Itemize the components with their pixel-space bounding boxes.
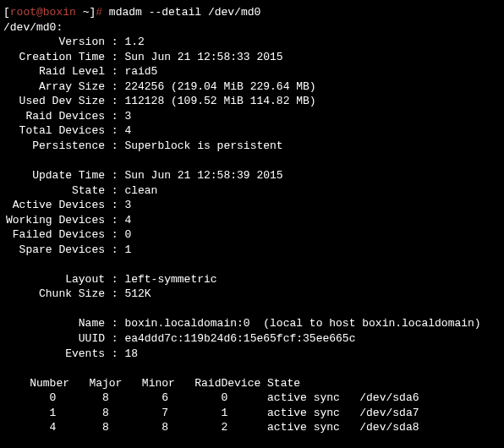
kv-label: Layout: [3, 272, 105, 287]
kv-value: 3: [124, 199, 131, 211]
device-table-row: 1 8 7 1 active sync /dev/sda7: [3, 406, 501, 421]
blank-line: [3, 435, 501, 448]
kv-value: 18: [124, 347, 138, 360]
kv-row: Used Dev Size : 112128 (109.52 MiB 114.8…: [3, 94, 501, 109]
kv-value: 0: [124, 228, 131, 241]
kv-value: 224256 (219.04 MiB 229.64 MB): [124, 80, 315, 93]
kv-label: Name: [3, 316, 105, 331]
kv-label: Events: [3, 347, 105, 362]
kv-value: 112128 (109.52 MiB 114.82 MB): [124, 95, 315, 107]
kv-value: 1.2: [124, 36, 144, 48]
bracket-open: [: [3, 6, 10, 19]
kv-label: Active Devices: [3, 198, 105, 213]
blank-line: [3, 257, 501, 272]
kv-label: Version: [3, 35, 105, 50]
kv-label: State: [3, 183, 105, 199]
kv-value: 1: [124, 243, 131, 256]
blank-line: [3, 302, 501, 317]
kv-row: Raid Devices : 3: [3, 109, 501, 124]
kv-label: Total Devices: [3, 123, 105, 139]
kv-value: clean: [124, 184, 157, 197]
kv-label: Array Size: [3, 79, 105, 95]
kv-value: Sun Jun 21 12:58:39 2015: [124, 169, 282, 182]
kv-row: Version : 1.2: [3, 35, 501, 50]
kv-row: Total Devices : 4: [3, 123, 501, 139]
kv-label: Raid Devices: [3, 109, 105, 124]
kv-value: Superblock is persistent: [124, 139, 282, 152]
kv-row: Raid Level : raid5: [3, 64, 501, 79]
kv-label: Persistence: [3, 139, 105, 154]
kv-label: Working Devices: [3, 213, 105, 228]
kv-label: Raid Level: [3, 64, 105, 79]
blank-line: [3, 361, 501, 376]
kv-label: Update Time: [3, 168, 105, 183]
kv-row: State : clean: [3, 183, 501, 199]
kv-row: Working Devices : 4: [3, 213, 501, 228]
blank-line: [3, 153, 501, 168]
device-table-header: Number Major Minor RaidDevice State: [3, 376, 501, 391]
kv-row: Events : 18: [3, 347, 501, 362]
kv-value: ea4ddd7c:119b24d6:15e65fcf:35ee665c: [124, 332, 355, 345]
kv-row: Creation Time : Sun Jun 21 12:58:33 2015: [3, 50, 501, 65]
prompt-path: ~: [76, 6, 90, 19]
kv-row: Persistence : Superblock is persistent: [3, 139, 501, 154]
kv-label: Failed Devices: [3, 227, 105, 243]
kv-row: Active Devices : 3: [3, 198, 501, 213]
device-table-row: 4 8 8 2 active sync /dev/sda8: [3, 420, 501, 435]
prompt-hash: #: [96, 6, 109, 19]
kv-row: UUID : ea4ddd7c:119b24d6:15e65fcf:35ee66…: [3, 331, 501, 347]
kv-row: Layout : left-symmetric: [3, 272, 501, 287]
kv-row: Array Size : 224256 (219.04 MiB 229.64 M…: [3, 79, 501, 95]
kv-value: 4: [124, 214, 131, 227]
kv-label: UUID: [3, 331, 105, 347]
kv-row: Failed Devices : 0: [3, 227, 501, 243]
kv-value: 3: [124, 110, 131, 123]
device-table-row: 0 8 6 0 active sync /dev/sda6: [3, 391, 501, 406]
kv-label: Creation Time: [3, 50, 105, 65]
kv-value: Sun Jun 21 12:58:33 2015: [124, 51, 282, 63]
kv-row: Chunk Size : 512K: [3, 287, 501, 302]
prompt-user-host: root@boxin: [10, 6, 76, 19]
kv-value: raid5: [124, 65, 157, 78]
kv-label: Spare Devices: [3, 243, 105, 258]
kv-row: Name : boxin.localdomain:0 (local to hos…: [3, 316, 501, 331]
kv-value: boxin.localdomain:0 (local to host boxin…: [124, 317, 480, 330]
kv-row: Spare Devices : 1: [3, 243, 501, 258]
kv-label: Used Dev Size: [3, 94, 105, 109]
command-text: mdadm --detail /dev/md0: [109, 6, 260, 19]
kv-row: Update Time : Sun Jun 21 12:58:39 2015: [3, 168, 501, 183]
kv-value: 512K: [124, 287, 151, 300]
prompt-line: [root@boxin ~]# mdadm --detail /dev/md0: [3, 5, 501, 20]
kv-value: 4: [124, 124, 131, 137]
kv-label: Chunk Size: [3, 287, 105, 302]
device-header: /dev/md0:: [3, 20, 501, 36]
kv-value: left-symmetric: [124, 273, 216, 286]
